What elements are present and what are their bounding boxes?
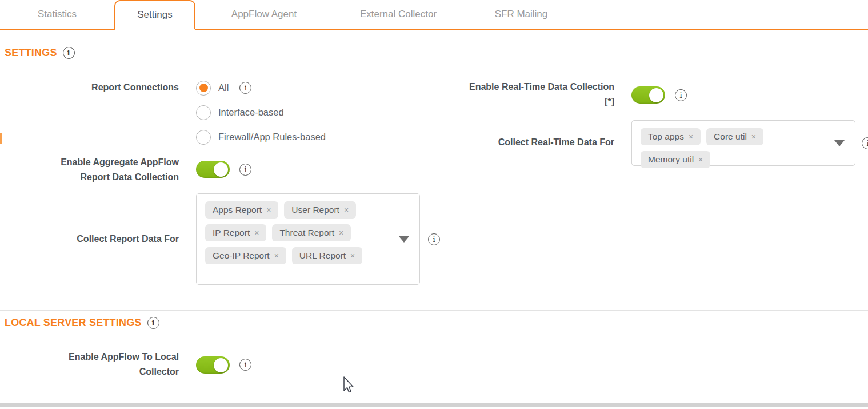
- tab-label: AppFlow Agent: [231, 9, 297, 20]
- tab[interactable]: Statistics: [0, 0, 114, 30]
- tag-label: URL Report: [299, 251, 346, 261]
- collect-realtime-label: Collect Real-Time Data For: [440, 135, 614, 150]
- collect-report-multiselect[interactable]: Apps Report × User Report × IP Report × …: [196, 193, 420, 285]
- enable-local-toggle[interactable]: [196, 356, 230, 374]
- remove-tag-icon[interactable]: ×: [344, 205, 349, 215]
- radio-option-label: All: [218, 82, 229, 93]
- tag: IP Report ×: [205, 224, 266, 241]
- tab-label: External Collector: [360, 9, 437, 20]
- info-icon[interactable]: i: [63, 47, 75, 59]
- tag: User Report ×: [284, 201, 356, 219]
- report-connections-radio-group: All i Interface-based i Firewall/App Rul…: [196, 76, 326, 149]
- info-icon[interactable]: i: [862, 137, 868, 149]
- report-connections-label: Report Connections: [5, 80, 179, 95]
- dropdown-caret-icon[interactable]: [834, 140, 845, 146]
- tab[interactable]: SFR Mailing: [464, 0, 578, 30]
- enable-aggregate-toggle[interactable]: [196, 161, 230, 178]
- tab-label: Statistics: [38, 9, 77, 20]
- tag-label: User Report: [291, 205, 339, 215]
- appflow-settings-screen: Statistics Settings AppFlow Agent Extern…: [0, 0, 868, 409]
- info-icon[interactable]: i: [675, 89, 687, 101]
- left-edge-notch: [0, 133, 2, 144]
- tag-label: Memory util: [648, 154, 694, 165]
- tag-label: Threat Report: [279, 228, 334, 238]
- tab-label: Settings: [137, 9, 172, 21]
- info-icon[interactable]: i: [239, 164, 251, 176]
- mouse-cursor-icon: [341, 375, 355, 395]
- local-server-section-title: LOCAL SERVER SETTINGS i: [5, 317, 159, 329]
- tag-label: Core util: [714, 132, 747, 142]
- collect-report-label: Collect Report Data For: [5, 232, 179, 247]
- tag-label: Apps Report: [213, 205, 262, 215]
- remove-tag-icon[interactable]: ×: [751, 132, 756, 141]
- toggle-knob: [214, 358, 228, 372]
- tab[interactable]: External Collector: [333, 0, 464, 30]
- section-divider: [0, 310, 868, 311]
- radio-button-icon[interactable]: [196, 81, 211, 96]
- toggle-knob: [214, 162, 228, 177]
- section-title-text: SETTINGS: [5, 47, 57, 59]
- enable-realtime-label: Enable Real-Time Data Collection [*]: [440, 80, 614, 109]
- tag-label: Geo-IP Report: [213, 251, 270, 261]
- tag: URL Report ×: [292, 247, 362, 264]
- remove-tag-icon[interactable]: ×: [254, 228, 259, 237]
- radio-option[interactable]: Interface-based i: [196, 100, 326, 125]
- tab[interactable]: AppFlow Agent: [195, 0, 333, 30]
- collect-realtime-multiselect[interactable]: Top apps × Core util × Memory util ×: [631, 120, 855, 166]
- tag: Geo-IP Report ×: [205, 247, 286, 264]
- tag-label: Top apps: [648, 132, 684, 142]
- radio-option[interactable]: Firewall/App Rules-based i: [196, 125, 326, 149]
- tag: Apps Report ×: [205, 201, 278, 219]
- radio-button-icon[interactable]: [196, 105, 211, 120]
- enable-local-label: Enable AppFlow To Local Collector: [5, 350, 179, 379]
- tab-bar-filler: [578, 0, 868, 30]
- radio-option-label: Firewall/App Rules-based: [218, 132, 326, 142]
- radio-button-icon[interactable]: [196, 130, 211, 145]
- toggle-knob: [649, 88, 663, 102]
- tab[interactable]: Settings: [114, 0, 195, 30]
- radio-option-label: Interface-based: [218, 107, 284, 118]
- info-icon[interactable]: i: [147, 317, 159, 329]
- remove-tag-icon[interactable]: ×: [274, 251, 279, 260]
- remove-tag-icon[interactable]: ×: [266, 205, 271, 215]
- tag: Threat Report ×: [272, 224, 351, 241]
- info-icon[interactable]: i: [239, 82, 251, 94]
- tab-label: SFR Mailing: [495, 9, 548, 20]
- tag: Memory util ×: [641, 151, 710, 168]
- tag-label: IP Report: [213, 228, 250, 238]
- info-icon[interactable]: i: [428, 233, 440, 245]
- remove-tag-icon[interactable]: ×: [698, 155, 703, 164]
- tag: Top apps ×: [641, 128, 701, 145]
- settings-section-title: SETTINGS i: [5, 47, 75, 59]
- info-icon[interactable]: i: [239, 359, 251, 371]
- bottom-divider-bar: [0, 403, 868, 407]
- section-title-text: LOCAL SERVER SETTINGS: [5, 317, 142, 329]
- enable-aggregate-label: Enable Aggregate AppFlow Report Data Col…: [5, 155, 179, 185]
- tag: Core util ×: [706, 128, 763, 145]
- selected-tags: Apps Report × User Report × IP Report × …: [197, 194, 419, 284]
- selected-tags: Top apps × Core util × Memory util ×: [632, 121, 855, 165]
- radio-option[interactable]: All i: [196, 76, 326, 100]
- remove-tag-icon[interactable]: ×: [339, 228, 343, 237]
- remove-tag-icon[interactable]: ×: [350, 251, 355, 260]
- remove-tag-icon[interactable]: ×: [689, 132, 693, 141]
- enable-realtime-toggle[interactable]: [631, 86, 665, 104]
- dropdown-caret-icon[interactable]: [399, 236, 409, 243]
